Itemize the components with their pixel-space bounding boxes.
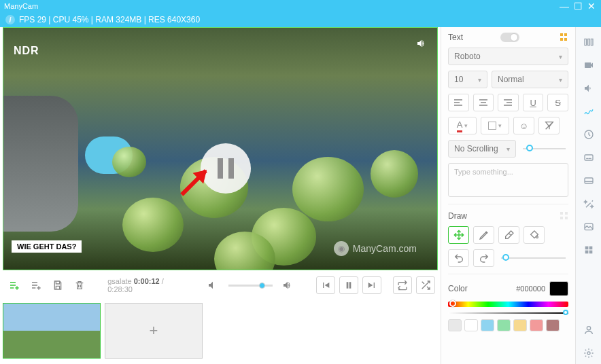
svg-rect-2 xyxy=(585,178,593,183)
plus-icon: + xyxy=(150,322,158,340)
playback-time: gsalate 0:00:12 / 0:28:30 xyxy=(107,277,184,293)
font-weight-select[interactable]: Normal▾ xyxy=(492,71,568,88)
bg-color-button[interactable] xyxy=(481,117,509,134)
stats-text: FPS 29 | CPU 45% | RAM 324MB | RES 640X3… xyxy=(19,15,200,24)
pause-button[interactable] xyxy=(339,276,358,294)
font-size-select[interactable]: 10▾ xyxy=(448,71,487,88)
side-panel: Text Roboto▾ 10▾ Normal▾ U S A ☺ No Scro… xyxy=(441,27,575,364)
preset-thumb-1[interactable] xyxy=(3,303,101,359)
svg-rect-6 xyxy=(585,251,588,254)
text-panel-header: Text xyxy=(448,33,568,42)
grid-icon-2[interactable] xyxy=(560,212,568,220)
color-swatch[interactable] xyxy=(546,319,560,331)
title-bar: ManyCam — ☐ ✕ xyxy=(0,0,601,12)
current-color-swatch[interactable] xyxy=(549,281,568,296)
color-swatch[interactable] xyxy=(481,319,494,331)
font-select[interactable]: Roboto▾ xyxy=(448,48,568,65)
video-volume-icon[interactable] xyxy=(416,38,427,52)
strikethrough-button[interactable]: S xyxy=(547,94,568,111)
color-swatch[interactable] xyxy=(530,319,543,331)
info-icon[interactable]: i xyxy=(5,15,15,24)
align-center-button[interactable] xyxy=(473,94,494,111)
color-swatches xyxy=(448,319,568,331)
text-panel-title: Text xyxy=(448,33,463,42)
playlist-add-green-button[interactable] xyxy=(5,276,23,295)
playlist-add-button[interactable] xyxy=(27,276,45,295)
loop-button[interactable] xyxy=(393,276,412,294)
grid-icon[interactable] xyxy=(560,33,568,41)
rail-user[interactable] xyxy=(578,319,600,341)
text-toggle[interactable] xyxy=(500,33,519,42)
save-button[interactable] xyxy=(49,276,67,295)
pause-overlay-button[interactable] xyxy=(201,143,251,194)
fill-tool-button[interactable] xyxy=(523,226,545,244)
app-title: ManyCam xyxy=(4,2,38,10)
rail-presets[interactable] xyxy=(578,31,600,53)
volume-low-icon xyxy=(204,276,222,295)
close-button[interactable]: ✕ xyxy=(586,1,597,12)
rail-subtitle[interactable] xyxy=(578,147,600,168)
rail-effects[interactable] xyxy=(578,193,600,215)
color-swatch[interactable] xyxy=(448,319,462,331)
svg-rect-4 xyxy=(585,247,588,250)
align-left-button[interactable] xyxy=(448,94,469,111)
volume-slider[interactable] xyxy=(228,285,273,287)
underline-button[interactable]: U xyxy=(523,94,544,111)
undo-button[interactable] xyxy=(448,249,469,267)
preset-thumbnails: + xyxy=(0,299,441,363)
eraser-tool-button[interactable] xyxy=(498,226,519,244)
color-swatch[interactable] xyxy=(497,319,511,331)
scroll-select[interactable]: No Scrolling▾ xyxy=(448,140,516,158)
total-time: 0:28:30 xyxy=(107,285,133,293)
rail-draw[interactable] xyxy=(578,101,600,122)
svg-rect-1 xyxy=(585,155,593,160)
minimize-button[interactable]: — xyxy=(559,1,570,12)
draw-panel-title: Draw xyxy=(448,211,467,221)
rail-grid[interactable] xyxy=(578,239,600,261)
rail-picture[interactable] xyxy=(578,216,600,238)
align-right-button[interactable] xyxy=(498,94,519,111)
color-swatch[interactable] xyxy=(513,319,527,331)
emoji-button[interactable]: ☺ xyxy=(513,117,534,134)
file-name-fragment: gsalate xyxy=(107,277,131,285)
pencil-tool-button[interactable] xyxy=(473,226,494,244)
rail-settings[interactable] xyxy=(578,342,600,364)
color-title: Color xyxy=(448,284,468,293)
stats-bar: i FPS 29 | CPU 45% | RAM 324MB | RES 640… xyxy=(0,12,601,27)
playback-controls: gsalate 0:00:12 / 0:28:30 xyxy=(0,272,441,299)
move-tool-button[interactable] xyxy=(448,226,469,244)
svg-rect-7 xyxy=(589,251,592,254)
text-input[interactable]: Type something... xyxy=(448,163,568,197)
scroll-speed-slider[interactable] xyxy=(523,148,566,149)
tool-rail xyxy=(575,27,601,364)
brush-size-slider[interactable] xyxy=(501,257,566,259)
rail-audio[interactable] xyxy=(578,77,600,99)
svg-rect-5 xyxy=(589,247,592,250)
main-column: NDR WIE GEHT DAS? ◉ ManyCam.com xyxy=(0,27,441,364)
video-preview[interactable]: NDR WIE GEHT DAS? ◉ ManyCam.com xyxy=(3,27,438,270)
text-color-button[interactable]: A xyxy=(448,117,477,134)
delete-button[interactable] xyxy=(71,276,88,295)
color-hex: #000000 xyxy=(516,285,545,293)
redo-button[interactable] xyxy=(473,249,494,267)
current-time: 0:00:12 xyxy=(134,277,160,285)
preset-thumb-add[interactable]: + xyxy=(105,303,203,359)
prev-button[interactable] xyxy=(316,276,335,294)
rail-camera[interactable] xyxy=(578,54,600,76)
rail-lower-third[interactable] xyxy=(578,170,600,192)
next-button[interactable] xyxy=(362,276,381,294)
clear-format-button[interactable] xyxy=(538,117,560,134)
svg-point-8 xyxy=(587,327,590,330)
watermark-icon: ◉ xyxy=(334,241,349,256)
svg-point-9 xyxy=(587,352,590,354)
hue-slider[interactable] xyxy=(448,302,568,307)
watermark-text: ManyCam.com xyxy=(353,243,417,254)
color-swatch[interactable] xyxy=(464,319,478,331)
broadcaster-logo: NDR xyxy=(14,45,39,57)
video-area: NDR WIE GEHT DAS? ◉ ManyCam.com xyxy=(0,27,441,272)
maximize-button[interactable]: ☐ xyxy=(572,1,583,12)
shuffle-button[interactable] xyxy=(416,276,435,294)
lightness-slider[interactable] xyxy=(448,312,568,314)
rail-time[interactable] xyxy=(578,124,600,145)
video-banner: WIE GEHT DAS? xyxy=(12,240,82,253)
